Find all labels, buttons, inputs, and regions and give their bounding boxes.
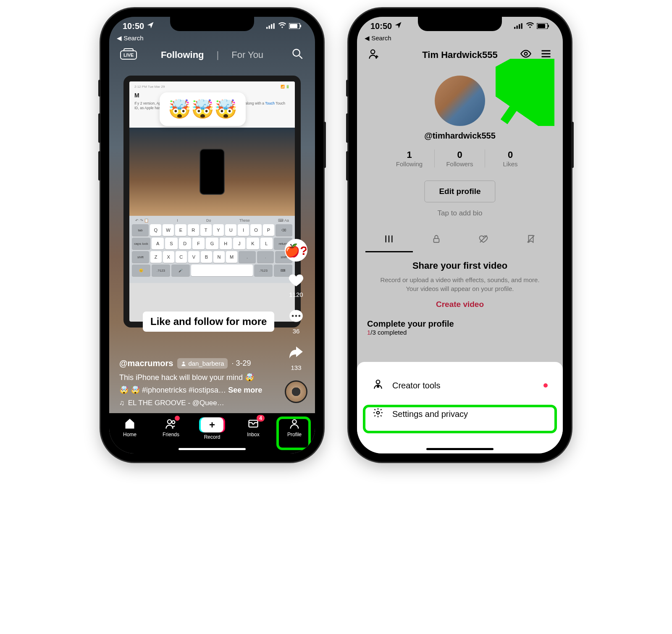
comment-button[interactable]: 36	[287, 307, 305, 335]
side-button	[98, 151, 101, 181]
back-to-search[interactable]: ◀ Search	[365, 34, 391, 42]
share-icon	[287, 344, 305, 362]
home-indicator[interactable]	[178, 448, 246, 450]
svg-rect-0	[266, 27, 268, 29]
top-nav: LIVE Following | For You	[109, 50, 315, 60]
like-count: 1120	[289, 291, 303, 298]
wifi-icon	[526, 21, 534, 31]
sheet-settings-privacy[interactable]: Settings and privacy	[369, 400, 551, 428]
share-button[interactable]: 133	[287, 344, 305, 371]
nav-profile[interactable]: Profile	[280, 417, 309, 438]
sound-disc[interactable]	[285, 380, 307, 403]
svg-line-8	[299, 56, 302, 59]
svg-point-15	[172, 421, 175, 424]
collaborator-pill[interactable]: dan_barbera	[177, 358, 227, 369]
action-rail: 🍎? 1120 36 133	[285, 239, 307, 403]
nav-home[interactable]: Home	[115, 417, 144, 438]
emoji-sticker: 🤯🤯🤯	[160, 92, 246, 126]
creator-tools-label: Creator tools	[392, 381, 441, 390]
svg-rect-1	[269, 26, 270, 29]
heart-icon	[287, 271, 305, 289]
side-button	[346, 80, 349, 97]
svg-point-12	[299, 315, 301, 317]
status-time: 10:50	[123, 21, 144, 31]
side-button	[323, 122, 326, 168]
home-indicator[interactable]	[426, 448, 494, 450]
svg-rect-5	[290, 24, 297, 28]
svg-point-11	[295, 315, 297, 317]
svg-point-7	[293, 50, 300, 56]
svg-rect-18	[514, 27, 515, 29]
svg-point-37	[377, 411, 380, 414]
bottom-nav: Home Friends + Record 4 Inbox	[109, 413, 315, 453]
side-button	[98, 80, 101, 97]
search-icon[interactable]	[291, 48, 303, 62]
screen-profile: 10:50 ◀ Search Tim	[357, 17, 563, 453]
notification-dot	[543, 383, 548, 388]
share-count: 133	[291, 364, 301, 371]
svg-rect-6	[300, 25, 301, 27]
nav-friends[interactable]: Friends	[156, 417, 186, 438]
side-button	[346, 113, 349, 143]
caption-sticker: Like and follow for more	[143, 312, 274, 332]
creator-tools-icon	[372, 379, 384, 392]
svg-rect-3	[273, 23, 275, 29]
nav-inbox[interactable]: 4 Inbox	[239, 417, 268, 438]
comment-icon	[287, 307, 305, 326]
video-meta: @macrumors dan_barbera · 3-29 This iPhon…	[119, 358, 269, 407]
svg-point-36	[376, 380, 380, 384]
settings-label: Settings and privacy	[392, 409, 468, 419]
description: This iPhone hack will blow your mind 🤯	[119, 373, 269, 382]
location-icon	[147, 21, 154, 31]
like-button[interactable]: 1120	[287, 271, 305, 298]
nav-record[interactable]: + Record	[197, 417, 227, 440]
tab-divider: |	[217, 50, 219, 60]
username[interactable]: @macrumors	[119, 359, 173, 368]
comment-count: 36	[293, 327, 300, 335]
tab-following[interactable]: Following	[161, 50, 204, 60]
creator-avatar[interactable]: 🍎?	[285, 239, 307, 262]
wifi-icon	[278, 21, 286, 31]
svg-rect-19	[517, 26, 518, 29]
bottom-sheet: Creator tools Settings and privacy	[357, 362, 563, 453]
notch	[418, 17, 502, 31]
svg-point-17	[292, 420, 296, 424]
svg-rect-2	[271, 24, 272, 29]
battery-icon	[289, 21, 302, 31]
notification-dot	[175, 416, 180, 421]
tab-for-you[interactable]: For You	[231, 50, 263, 60]
side-button	[346, 151, 349, 181]
profile-icon	[289, 417, 300, 430]
location-icon	[394, 21, 402, 31]
side-button	[98, 113, 101, 143]
svg-rect-23	[538, 24, 545, 28]
see-more[interactable]: See more	[228, 386, 262, 394]
status-time: 10:50	[370, 21, 392, 31]
live-button[interactable]: LIVE	[120, 50, 137, 60]
signal-icon	[514, 21, 523, 31]
music-info[interactable]: ♫ EL THE GROOVE - @Quee…	[119, 399, 269, 407]
svg-rect-24	[548, 25, 549, 27]
svg-rect-21	[521, 23, 522, 29]
svg-point-13	[183, 362, 185, 364]
svg-point-14	[168, 420, 171, 424]
music-icon: ♫	[119, 399, 125, 407]
keyboard-row: tab QWERTYUIOP ⌫	[132, 224, 292, 236]
gear-icon	[372, 407, 384, 421]
phone-frame-right: 10:50 ◀ Search Tim	[349, 8, 571, 462]
post-date: · 3-29	[232, 359, 251, 368]
phone-frame-left: 10:50 ◀ Search LIVE Following	[101, 8, 323, 462]
plus-icon: +	[201, 417, 223, 432]
side-button	[571, 122, 574, 168]
back-to-search[interactable]: ◀ Search	[117, 34, 144, 42]
svg-point-10	[292, 315, 294, 317]
svg-rect-20	[519, 24, 520, 29]
hashtags[interactable]: 🤯 🤯 #iphonetricks #iostipsa… See more	[119, 385, 269, 395]
screen-feed: 10:50 ◀ Search LIVE Following	[109, 17, 315, 453]
inbox-badge: 4	[257, 415, 265, 422]
sheet-creator-tools[interactable]: Creator tools	[369, 371, 551, 400]
notch	[170, 17, 254, 31]
battery-icon	[537, 21, 549, 31]
home-icon	[124, 417, 136, 430]
signal-icon	[266, 21, 276, 31]
